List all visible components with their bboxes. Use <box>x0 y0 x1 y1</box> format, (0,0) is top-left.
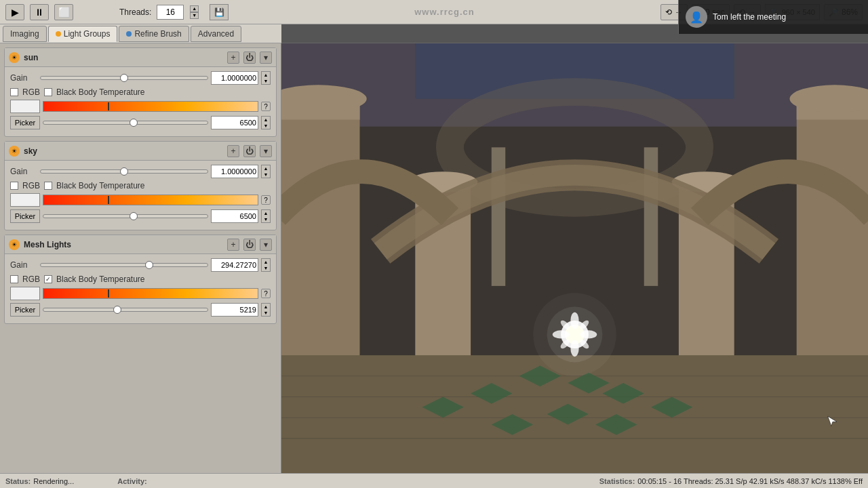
tab-refine-brush-dot <box>126 31 132 37</box>
sky-color-marker <box>108 196 109 204</box>
sky-gain-thumb[interactable] <box>120 167 128 176</box>
sky-rgb-label: RGB <box>22 181 40 190</box>
sky-expand-button[interactable]: ▾ <box>260 145 272 157</box>
sun-power-button[interactable]: ⏻ <box>243 52 256 64</box>
sky-help-button[interactable]: ? <box>261 195 271 205</box>
tabs-bar: Imaging Light Groups Refine Brush Advanc… <box>0 24 281 43</box>
sky-color-gradient[interactable] <box>43 195 258 205</box>
tab-imaging-label: Imaging <box>10 29 39 39</box>
stats-label: Statistics: <box>599 477 635 485</box>
sun-color-box[interactable] <box>10 100 40 113</box>
sun-group-name: sun <box>24 53 223 62</box>
save-button[interactable]: 💾 <box>210 4 229 20</box>
sky-rgb-row: RGB Black Body Temperature <box>10 181 271 190</box>
mesh-gain-row: Gain ▲ ▼ <box>10 258 271 272</box>
mesh-color-box[interactable] <box>10 287 40 300</box>
sun-expand-button[interactable]: ▾ <box>260 52 272 64</box>
stop-button[interactable]: ⬜ <box>54 4 73 20</box>
pause-button[interactable]: ⏸ <box>30 4 49 20</box>
sky-color-box[interactable] <box>10 193 40 207</box>
mesh-expand-button[interactable]: ▾ <box>260 239 272 251</box>
activity-label: Activity: <box>117 477 146 485</box>
left-panel: ☀ sun + ⏻ ▾ Gain ▲ ▼ <box>0 43 281 473</box>
status-bar: Status: Rendering... Activity: Statistic… <box>0 473 868 488</box>
tab-light-groups[interactable]: Light Groups <box>48 26 118 42</box>
light-group-sky: ☀ sky + ⏻ ▾ Gain ▲ ▼ <box>4 141 277 230</box>
sky-bbt-checkbox[interactable] <box>44 182 52 190</box>
mesh-gain-slider[interactable] <box>40 263 208 267</box>
sun-group-body: Gain ▲ ▼ RGB Black B <box>5 67 276 136</box>
tab-advanced[interactable]: Advanced <box>191 26 241 42</box>
light-group-sun-header: ☀ sun + ⏻ ▾ <box>5 48 276 67</box>
tab-refine-brush[interactable]: Refine Brush <box>119 26 189 42</box>
mesh-group-body: Gain ▲ ▼ RGB Black B <box>5 254 276 323</box>
status-value: Rendering... <box>33 477 101 485</box>
threads-input[interactable] <box>157 5 184 20</box>
notification-avatar: 👤 <box>686 6 707 28</box>
sun-gain-input[interactable] <box>211 71 258 85</box>
mesh-temp-slider[interactable] <box>43 308 208 312</box>
play-button[interactable]: ▶ <box>5 4 24 20</box>
mesh-help-button[interactable]: ? <box>261 289 271 298</box>
sun-temp-input[interactable] <box>211 116 258 129</box>
sky-gain-spinner[interactable]: ▲ ▼ <box>261 165 271 178</box>
svg-rect-4 <box>492 147 505 286</box>
mesh-temp-spinner[interactable]: ▲ ▼ <box>261 303 271 317</box>
toolbar: ▶ ⏸ ⬜ Threads: ▲ ▼ 💾 www.rrcg.cn ⟲→ 240 … <box>0 0 868 24</box>
mesh-gain-label: Gain <box>10 260 37 270</box>
sun-picker-row: Picker ▲ ▼ <box>10 116 271 129</box>
mesh-picker-button[interactable]: Picker <box>10 303 40 317</box>
mesh-add-button[interactable]: + <box>227 239 239 251</box>
sky-gain-input[interactable] <box>211 165 258 178</box>
mesh-gain-input[interactable] <box>211 258 258 272</box>
sky-temp-thumb[interactable] <box>130 212 138 220</box>
mesh-bbt-label: Black Body Temperature <box>56 274 145 284</box>
sun-temp-slider[interactable] <box>43 121 208 125</box>
sky-bbt-label: Black Body Temperature <box>56 181 145 190</box>
sun-gain-spinner[interactable]: ▲ ▼ <box>261 71 271 85</box>
sky-picker-row: Picker ▲ ▼ <box>10 209 271 223</box>
mesh-temp-input[interactable] <box>211 303 258 317</box>
mesh-gain-thumb[interactable] <box>145 261 153 269</box>
tab-advanced-label: Advanced <box>198 29 234 39</box>
mesh-light-icon: ☀ <box>9 239 20 250</box>
sun-help-button[interactable]: ? <box>261 102 271 111</box>
mesh-color-row: ? <box>10 287 271 300</box>
svg-rect-5 <box>644 147 658 286</box>
sky-add-button[interactable]: + <box>227 145 239 157</box>
sky-gain-slider[interactable] <box>40 169 208 174</box>
tab-light-groups-label: Light Groups <box>64 29 111 39</box>
mesh-power-button[interactable]: ⏻ <box>243 239 256 251</box>
sun-color-row: ? <box>10 100 271 113</box>
tab-imaging[interactable]: Imaging <box>3 26 47 42</box>
sun-color-gradient[interactable] <box>43 101 258 112</box>
sky-color-row: ? <box>10 193 271 207</box>
sun-temp-thumb[interactable] <box>130 119 138 127</box>
sun-rgb-checkbox[interactable] <box>10 88 18 96</box>
sun-rgb-label: RGB <box>22 87 40 97</box>
sky-rgb-checkbox[interactable] <box>10 182 18 190</box>
sun-add-button[interactable]: + <box>227 52 239 64</box>
mesh-bbt-checkbox[interactable] <box>44 275 52 283</box>
sun-bbt-checkbox[interactable] <box>44 88 52 96</box>
sky-power-button[interactable]: ⏻ <box>243 145 256 157</box>
tab-refine-brush-label: Refine Brush <box>134 29 181 39</box>
sky-group-body: Gain ▲ ▼ RGB Black B <box>5 161 276 230</box>
mesh-rgb-label: RGB <box>22 274 40 284</box>
render-image <box>281 43 868 473</box>
threads-spinner[interactable]: ▲ ▼ <box>190 5 199 19</box>
sun-gain-slider[interactable] <box>40 76 208 80</box>
sun-temp-spinner[interactable]: ▲ ▼ <box>261 116 271 129</box>
mesh-color-gradient[interactable] <box>43 288 258 299</box>
light-group-sun: ☀ sun + ⏻ ▾ Gain ▲ ▼ <box>4 47 277 137</box>
sky-temp-slider[interactable] <box>43 214 208 218</box>
sun-picker-button[interactable]: Picker <box>10 116 40 129</box>
sky-temp-input[interactable] <box>211 209 258 223</box>
mesh-temp-thumb[interactable] <box>113 306 121 314</box>
mesh-gain-spinner[interactable]: ▲ ▼ <box>261 258 271 272</box>
sky-picker-button[interactable]: Picker <box>10 209 40 223</box>
mesh-rgb-checkbox[interactable] <box>10 275 18 283</box>
sky-temp-spinner[interactable]: ▲ ▼ <box>261 209 271 223</box>
notification-popup: 👤 Tom left the meeting <box>678 0 868 34</box>
sun-gain-thumb[interactable] <box>120 74 128 82</box>
